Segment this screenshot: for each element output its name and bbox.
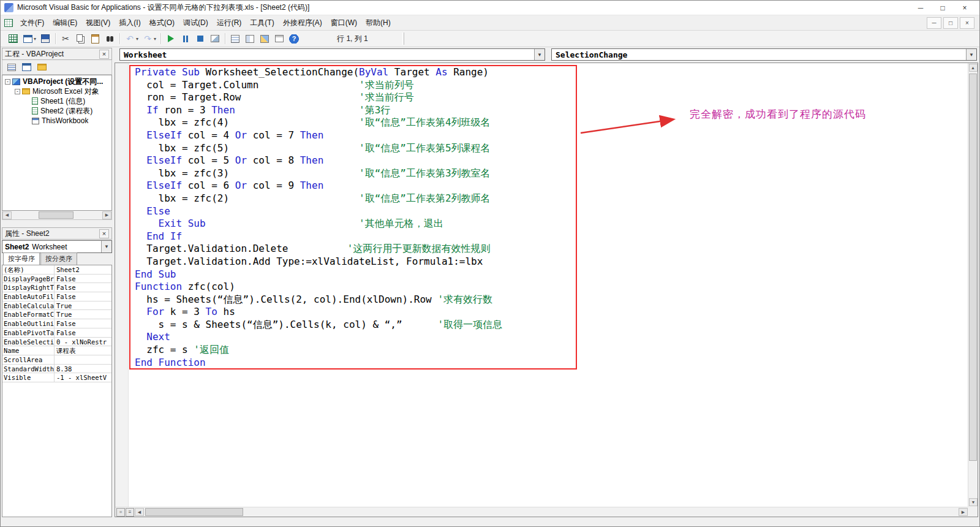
scroll-left-icon[interactable] [2, 211, 12, 219]
property-row[interactable]: EnableAutoFiltFalse [2, 292, 111, 301]
scroll-track[interactable] [144, 507, 959, 517]
procedure-view-icon[interactable]: = [116, 508, 125, 517]
property-row[interactable]: Visible-1 - xlSheetV [2, 373, 111, 382]
property-row[interactable]: EnableOutlininFalse [2, 319, 111, 328]
toolbar-handle[interactable] [402, 32, 404, 45]
property-value[interactable]: False [55, 328, 111, 337]
tree-item[interactable]: -VBAProject (设置不同... [2, 77, 111, 86]
code-line[interactable]: Target.Validation.Delete '这两行用于更新数据有效性规则 [135, 243, 968, 256]
project-tree-hscrollbar[interactable] [2, 211, 112, 220]
scroll-right-icon[interactable] [959, 508, 968, 516]
property-value[interactable]: Sheet2 [55, 265, 111, 274]
prop-tab[interactable]: 按字母序 [3, 252, 40, 265]
code-line[interactable]: Function zfc(col) [135, 281, 968, 294]
menu-item[interactable]: 插入(I) [115, 15, 145, 31]
object-selector[interactable]: Sheet2 Worksheet [2, 240, 112, 253]
code-line[interactable]: ElseIf col = 5 Or col = 8 Then [135, 154, 968, 167]
tree-item[interactable]: Sheet1 (信息) [2, 96, 111, 106]
property-value[interactable]: False [55, 319, 111, 328]
close-button[interactable]: × [954, 1, 976, 15]
undo-icon[interactable]: ↶ [123, 32, 137, 45]
object-browser-icon[interactable] [258, 32, 271, 45]
child-restore-button[interactable]: □ [943, 17, 958, 29]
property-value[interactable]: False [55, 275, 111, 283]
property-row[interactable]: EnableSelectio0 - xlNoRestr [2, 338, 111, 347]
redo-icon[interactable]: ↷ [141, 32, 154, 45]
copy-icon[interactable] [74, 32, 87, 45]
toolbox-icon[interactable] [273, 32, 286, 45]
child-close-button[interactable]: × [960, 17, 974, 29]
code-line[interactable]: lbx = zfc(5) '取“信息”工作表第5列课程名 [135, 142, 968, 155]
menu-item[interactable]: 帮助(H) [361, 15, 395, 31]
vertical-scrollbar[interactable] [968, 63, 978, 507]
horizontal-scroll-thumb[interactable] [145, 508, 243, 516]
scroll-track[interactable] [12, 211, 102, 219]
property-value[interactable]: -1 - xlSheetV [55, 373, 111, 382]
property-value[interactable]: 8.38 [55, 365, 111, 373]
panel-splitter[interactable] [2, 220, 112, 227]
full-module-view-icon[interactable]: ≡ [126, 508, 134, 517]
menu-item[interactable]: 窗口(W) [326, 15, 361, 31]
selector-dropdown-icon[interactable] [101, 241, 111, 252]
minimize-button[interactable]: ─ [910, 1, 932, 15]
property-row[interactable]: DisplayPageBreFalse [2, 275, 111, 284]
code-line[interactable]: Exit Sub '其他单元格，退出 [135, 218, 968, 230]
tree-expander-icon[interactable]: - [5, 79, 10, 85]
property-value[interactable]: 课程表 [55, 346, 111, 355]
tree-item[interactable]: Sheet2 (课程表) [2, 106, 111, 116]
code-line[interactable]: lbx = zfc(3) '取“信息”工作表第3列教室名 [135, 167, 968, 180]
code-line[interactable]: ElseIf col = 4 Or col = 7 Then [135, 129, 968, 142]
property-value[interactable]: True [55, 310, 111, 319]
vertical-scroll-thumb[interactable] [969, 74, 977, 461]
code-line[interactable]: End Sub [135, 268, 968, 281]
property-row[interactable]: ScrollArea [2, 355, 111, 365]
help-icon[interactable]: ? [287, 32, 301, 45]
code-line[interactable]: zfc = s '返回值 [135, 344, 968, 357]
run-icon[interactable] [164, 32, 178, 45]
code-editor[interactable]: Private Sub Worksheet_SelectionChange(By… [115, 63, 978, 517]
code-line[interactable]: Target.Validation.Add Type:=xlValidateLi… [135, 256, 968, 268]
scroll-right-icon[interactable] [102, 211, 111, 219]
maximize-button[interactable]: □ [932, 1, 954, 15]
code-line[interactable]: ElseIf col = 6 Or col = 9 Then [135, 180, 968, 192]
find-icon[interactable] [103, 32, 116, 45]
object-combo-arrow-icon[interactable] [534, 49, 545, 60]
event-combo-arrow-icon[interactable] [966, 49, 976, 60]
property-row[interactable]: EnablePivotTabFalse [2, 328, 111, 338]
menu-item[interactable]: 编辑(E) [48, 15, 81, 31]
code-line[interactable]: hs = Sheets(“信息”).Cells(2, col).End(xlDo… [135, 294, 968, 306]
toggle-folders-icon[interactable] [36, 61, 48, 73]
property-row[interactable]: Name课程表 [2, 346, 111, 355]
code-line[interactable]: Private Sub Worksheet_SelectionChange(By… [135, 66, 968, 79]
child-minimize-button[interactable]: ─ [927, 17, 941, 29]
properties-window-icon[interactable] [243, 32, 257, 45]
prop-tab[interactable]: 按分类序 [40, 252, 77, 265]
view-code-icon[interactable] [5, 61, 18, 73]
tree-item[interactable]: ThisWorkbook [2, 116, 111, 126]
horizontal-scrollbar[interactable]: = ≡ [115, 507, 968, 517]
code-line[interactable]: Else [135, 205, 968, 218]
property-value[interactable]: True [55, 301, 111, 310]
code-line[interactable]: col = Target.Column '求当前列号 [135, 79, 968, 92]
project-close-icon[interactable]: × [99, 50, 109, 59]
design-mode-icon[interactable] [208, 32, 222, 45]
break-icon[interactable] [179, 32, 192, 45]
property-value[interactable]: 0 - xlNoRestr [55, 338, 111, 346]
property-row[interactable]: DisplayRightToFalse [2, 283, 111, 292]
view-excel-icon[interactable] [6, 32, 20, 45]
tree-item[interactable]: -Microsoft Excel 对象 [2, 86, 111, 96]
menu-item[interactable]: 工具(T) [246, 15, 278, 31]
code-line[interactable]: s = s & Sheets(“信息”).Cells(k, col) & “,”… [135, 319, 968, 332]
property-row[interactable]: EnableCalculatTrue [2, 301, 111, 311]
code-line[interactable]: For k = 3 To hs [135, 306, 968, 319]
scroll-left-icon[interactable] [135, 508, 144, 516]
property-row[interactable]: StandardWidth8.38 [2, 365, 111, 374]
menu-item[interactable]: 文件(F) [16, 15, 48, 31]
properties-close-icon[interactable]: × [99, 229, 109, 238]
cut-icon[interactable]: ✂ [59, 32, 72, 45]
object-combo[interactable]: Worksheet [119, 48, 545, 61]
scroll-thumb[interactable] [39, 211, 73, 219]
property-value[interactable]: False [55, 292, 111, 301]
tree-expander-icon[interactable]: - [15, 89, 20, 94]
project-explorer-icon[interactable] [228, 32, 242, 45]
